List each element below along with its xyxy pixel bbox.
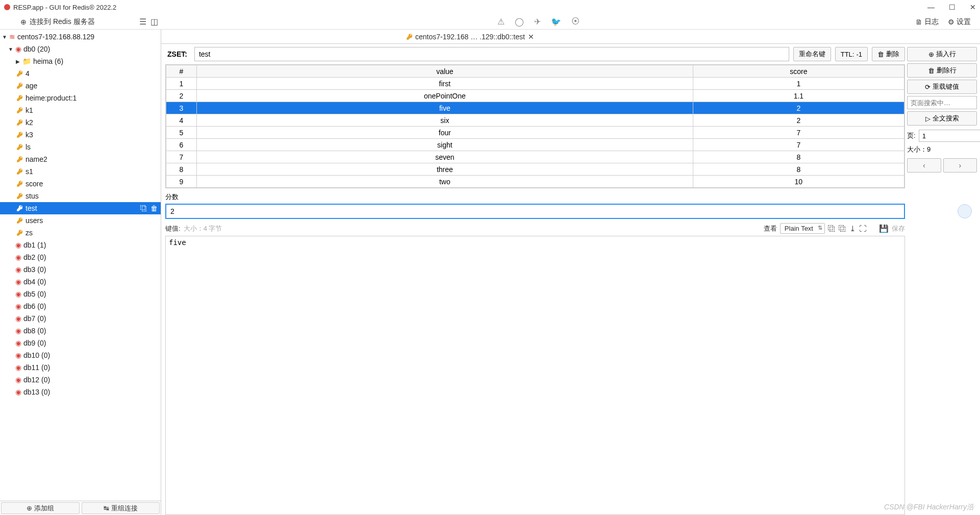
folder-node[interactable]: ▶ 📁 heima (6): [0, 55, 161, 67]
key-node[interactable]: users: [0, 214, 161, 227]
delete-key-button[interactable]: 🗑 删除: [872, 47, 905, 61]
ttl-button[interactable]: TTL: -1: [835, 47, 868, 61]
database-icon: ◉: [15, 339, 21, 347]
cell-num: 4: [166, 114, 197, 127]
save-label[interactable]: 保存: [892, 224, 905, 233]
full-search-button[interactable]: ▷ 全文搜索: [907, 111, 977, 126]
score-input[interactable]: [165, 204, 905, 219]
db-node[interactable]: ◉db7 (0): [0, 312, 161, 325]
prev-page-button[interactable]: ‹: [907, 158, 941, 173]
server-icon: ≋: [9, 33, 15, 41]
key-node[interactable]: age: [0, 80, 161, 92]
rename-button[interactable]: 重命名键: [793, 47, 831, 61]
assistant-badge[interactable]: [958, 204, 972, 218]
view-mode-select[interactable]: Plain Text: [780, 223, 825, 234]
table-row[interactable]: 7seven8: [166, 151, 904, 163]
tab-close-button[interactable]: ✕: [528, 33, 534, 41]
key-node[interactable]: k3: [0, 129, 161, 141]
reset-conn-button[interactable]: ↹ 重组连接: [82, 502, 160, 514]
page-input[interactable]: [919, 130, 980, 142]
db-node[interactable]: ◉db4 (0): [0, 276, 161, 288]
key-node[interactable]: test⿻🗑: [0, 202, 161, 214]
table-row[interactable]: 6sight7: [166, 139, 904, 151]
alert-icon[interactable]: ⚠: [497, 17, 505, 27]
key-label: test: [26, 204, 37, 212]
col-value[interactable]: value: [197, 65, 693, 78]
github-icon[interactable]: ⦿: [571, 17, 580, 27]
cell-score: 1.1: [693, 90, 904, 102]
save-icon[interactable]: 💾: [879, 224, 889, 233]
minimize-button[interactable]: —: [927, 3, 935, 11]
key-icon: [16, 107, 23, 114]
copy-icon[interactable]: ⿻: [828, 224, 836, 233]
db-node[interactable]: ◉db6 (0): [0, 300, 161, 312]
db-node[interactable]: ◉db9 (0): [0, 337, 161, 349]
db-label: db0 (20): [23, 45, 50, 53]
close-button[interactable]: ✕: [970, 3, 976, 11]
list-icon[interactable]: ☰: [139, 17, 146, 27]
connection-node[interactable]: ▼ ≋ centos7-192.168.88.129: [0, 31, 161, 43]
key-label: ls: [26, 143, 31, 151]
db-node[interactable]: ◉db2 (0): [0, 251, 161, 263]
db-node[interactable]: ◉db5 (0): [0, 288, 161, 300]
help-icon[interactable]: ◯: [515, 17, 524, 27]
telegram-icon[interactable]: ✈: [534, 17, 541, 27]
tab-bar: centos7-192.168 … .129::db0::test ✕: [161, 30, 980, 44]
col-score[interactable]: score: [693, 65, 904, 78]
key-node[interactable]: score: [0, 178, 161, 190]
table-row[interactable]: 1first1: [166, 78, 904, 90]
panel-icon[interactable]: ◫: [150, 17, 158, 27]
table-row[interactable]: 9two10: [166, 176, 904, 188]
key-name-input[interactable]: [194, 47, 789, 61]
next-page-button[interactable]: ›: [943, 158, 977, 173]
copy-icon[interactable]: ⿻: [140, 204, 147, 212]
refresh-icon: ⟳: [925, 83, 931, 91]
watermark: CSDN @FBI HackerHarry浩: [884, 503, 974, 512]
value-textarea[interactable]: five: [165, 236, 905, 515]
insert-row-button[interactable]: ⊕ 插入行: [907, 47, 977, 61]
db-label: db8 (0): [23, 327, 46, 335]
db-node[interactable]: ◉db1 (1): [0, 239, 161, 251]
twitter-icon[interactable]: 🐦: [551, 17, 561, 27]
settings-label: 设置: [957, 17, 971, 27]
reload-button[interactable]: ⟳ 重载键值: [907, 80, 977, 94]
key-node[interactable]: k2: [0, 116, 161, 129]
fullscreen-icon[interactable]: ⛶: [859, 224, 867, 233]
db-node[interactable]: ◉db3 (0): [0, 263, 161, 276]
key-node[interactable]: 4: [0, 67, 161, 80]
cell-score: 8: [693, 163, 904, 176]
export-icon[interactable]: ⤓: [849, 224, 856, 233]
table-row[interactable]: 3five2: [166, 102, 904, 114]
table-row[interactable]: 8three8: [166, 163, 904, 176]
settings-button[interactable]: ⚙ 设置: [948, 17, 971, 27]
connect-button[interactable]: ⊕ 连接到 Redis 服务器: [20, 17, 95, 27]
copy2-icon[interactable]: ⿻: [839, 224, 846, 233]
cell-score: 8: [693, 151, 904, 163]
db-node[interactable]: ◉db13 (0): [0, 386, 161, 398]
database-icon: ◉: [15, 45, 21, 53]
key-node[interactable]: ls: [0, 141, 161, 153]
key-node[interactable]: zs: [0, 227, 161, 239]
key-node[interactable]: name2: [0, 153, 161, 165]
table-row[interactable]: 5four7: [166, 127, 904, 139]
col-num[interactable]: #: [166, 65, 197, 78]
key-node[interactable]: k1: [0, 104, 161, 116]
maximize-button[interactable]: ☐: [949, 3, 956, 11]
trash-icon[interactable]: 🗑: [150, 204, 158, 212]
db-node[interactable]: ◉db8 (0): [0, 325, 161, 337]
table-row[interactable]: 4six2: [166, 114, 904, 127]
page-search-input[interactable]: [907, 96, 977, 109]
db-node[interactable]: ◉db11 (0): [0, 361, 161, 374]
log-button[interactable]: 🗎 日志: [915, 17, 939, 27]
table-row[interactable]: 2onePointOne1.1: [166, 90, 904, 102]
db-node[interactable]: ◉db10 (0): [0, 349, 161, 361]
db-node[interactable]: ◉db12 (0): [0, 374, 161, 386]
key-node[interactable]: heime:product:1: [0, 92, 161, 104]
add-group-button[interactable]: ⊕ 添加组: [1, 502, 80, 514]
delete-row-button[interactable]: 🗑 删除行: [907, 63, 977, 78]
db-node[interactable]: ▼ ◉ db0 (20): [0, 43, 161, 55]
tab-label[interactable]: centos7-192.168 … .129::db0::test: [415, 33, 525, 41]
key-node[interactable]: s1: [0, 165, 161, 178]
key-label: k2: [26, 118, 33, 127]
key-node[interactable]: stus: [0, 190, 161, 202]
